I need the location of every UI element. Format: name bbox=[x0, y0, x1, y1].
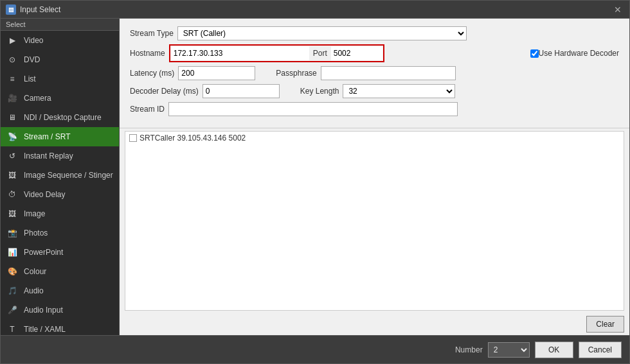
latency-input[interactable] bbox=[178, 66, 255, 80]
bottom-bar: Number 1234 OK Cancel bbox=[1, 335, 629, 363]
input-select-dialog: ▤ Input Select ✕ Select ▶Video⊙DVD≡List🎥… bbox=[0, 0, 630, 364]
dialog-title: Input Select bbox=[20, 5, 60, 14]
list-item-checkbox[interactable] bbox=[129, 134, 137, 142]
titlebar: ▤ Input Select ✕ bbox=[1, 1, 629, 19]
sidebar-item-label-dvd: DVD bbox=[24, 55, 40, 64]
sidebar-item-label-stream: Stream / SRT bbox=[24, 132, 70, 141]
sidebar-item-label-video: Video bbox=[24, 36, 43, 45]
form-area: Stream Type SRT (Caller)SRT (Listener)RT… bbox=[120, 19, 629, 128]
list-item-label: SRTCaller 39.105.43.146 5002 bbox=[140, 134, 246, 143]
cancel-button[interactable]: Cancel bbox=[579, 342, 622, 358]
stream-type-label: Stream Type bbox=[130, 29, 174, 38]
sidebar-item-instant-replay[interactable]: ↺Instant Replay bbox=[1, 146, 119, 166]
sidebar-item-label-list: List bbox=[24, 74, 36, 83]
sidebar-item-photos[interactable]: 📸Photos bbox=[1, 223, 119, 243]
audio-icon: 🎵 bbox=[6, 284, 19, 297]
right-panel-inner: SRTCaller 39.105.43.146 5002 Clear bbox=[120, 128, 629, 335]
sidebar-item-image[interactable]: 🖼Image bbox=[1, 204, 119, 223]
stream-id-input[interactable] bbox=[168, 102, 458, 116]
sidebar-item-audio[interactable]: 🎵Audio bbox=[1, 281, 119, 300]
source-list: SRTCaller 39.105.43.146 5002 bbox=[125, 131, 624, 311]
sidebar-item-video-delay[interactable]: ⏱Video Delay bbox=[1, 185, 119, 204]
main-content: Select ▶Video⊙DVD≡List🎥Camera🖥NDI / Desk… bbox=[1, 19, 629, 335]
sidebar-item-label-title-xaml: Title / XAML bbox=[24, 325, 66, 334]
sidebar-item-dvd[interactable]: ⊙DVD bbox=[1, 50, 119, 69]
sidebar-item-label-video-delay: Video Delay bbox=[24, 190, 66, 199]
stream-type-row: Stream Type SRT (Caller)SRT (Listener)RT… bbox=[130, 26, 619, 40]
sidebar-item-list[interactable]: ≡List bbox=[1, 69, 119, 89]
ok-button[interactable]: OK bbox=[535, 342, 573, 358]
use-hardware-decoder-checkbox[interactable] bbox=[530, 49, 539, 58]
image-sequence-icon: 🖼 bbox=[6, 169, 19, 182]
sidebar-item-label-instant-replay: Instant Replay bbox=[24, 152, 73, 160]
sidebar-item-label-photos: Photos bbox=[24, 229, 48, 238]
decoder-keylength-row: Decoder Delay (ms) Key Length 321624 bbox=[130, 84, 619, 98]
ndi-icon: 🖥 bbox=[6, 111, 19, 124]
sidebar-item-camera[interactable]: 🎥Camera bbox=[1, 89, 119, 108]
port-input[interactable] bbox=[331, 46, 382, 60]
sidebar-header: Select bbox=[1, 19, 119, 31]
sidebar-item-label-audio: Audio bbox=[24, 286, 44, 295]
sidebar-item-video[interactable]: ▶Video bbox=[1, 31, 119, 50]
hostname-input[interactable] bbox=[171, 46, 309, 60]
dvd-icon: ⊙ bbox=[6, 53, 19, 66]
colour-icon: 🎨 bbox=[6, 265, 19, 278]
number-select[interactable]: 1234 bbox=[488, 342, 530, 358]
stream-icon: 📡 bbox=[6, 130, 19, 143]
decoder-delay-label: Decoder Delay (ms) bbox=[130, 87, 199, 96]
port-label: Port bbox=[309, 49, 331, 58]
camera-icon: 🎥 bbox=[6, 92, 19, 105]
sidebar-item-powerpoint[interactable]: 📊PowerPoint bbox=[1, 243, 119, 262]
key-length-label: Key Length bbox=[300, 87, 339, 96]
stream-id-row: Stream ID bbox=[130, 102, 619, 116]
list-icon: ≡ bbox=[6, 73, 19, 85]
powerpoint-icon: 📊 bbox=[6, 246, 19, 259]
instant-replay-icon: ↺ bbox=[6, 150, 19, 162]
passphrase-label: Passphrase bbox=[276, 69, 316, 78]
sidebar-item-label-colour: Colour bbox=[24, 267, 46, 276]
stream-type-select[interactable]: SRT (Caller)SRT (Listener)RTMPHLS bbox=[177, 26, 467, 40]
passphrase-input[interactable] bbox=[321, 66, 456, 80]
sidebar-item-stream[interactable]: 📡Stream / SRT bbox=[1, 127, 119, 146]
sidebar: Select ▶Video⊙DVD≡List🎥Camera🖥NDI / Desk… bbox=[1, 19, 120, 335]
hostname-port-group: Port bbox=[169, 44, 384, 62]
sidebar-item-image-sequence[interactable]: 🖼Image Sequence / Stinger bbox=[1, 166, 119, 185]
latency-passphrase-row: Latency (ms) Passphrase bbox=[130, 66, 619, 80]
sidebar-item-label-camera: Camera bbox=[24, 94, 51, 103]
clear-button[interactable]: Clear bbox=[586, 316, 624, 333]
key-length-select[interactable]: 321624 bbox=[343, 84, 455, 98]
hostname-label: Hostname bbox=[130, 49, 165, 58]
right-panel: Stream Type SRT (Caller)SRT (Listener)RT… bbox=[120, 19, 629, 335]
latency-label: Latency (ms) bbox=[130, 69, 174, 78]
stream-id-label: Stream ID bbox=[130, 105, 165, 114]
photos-icon: 📸 bbox=[6, 227, 19, 239]
sidebar-item-label-ndi: NDI / Desktop Capture bbox=[24, 113, 102, 122]
sidebar-item-colour[interactable]: 🎨Colour bbox=[1, 262, 119, 281]
number-label: Number bbox=[455, 345, 483, 354]
clear-area: Clear bbox=[120, 313, 629, 335]
sidebar-item-audio-input[interactable]: 🎤Audio Input bbox=[1, 300, 119, 320]
sidebar-item-label-audio-input: Audio Input bbox=[24, 306, 63, 315]
video-delay-icon: ⏱ bbox=[6, 188, 19, 201]
sidebar-item-label-image: Image bbox=[24, 209, 45, 218]
image-icon: 🖼 bbox=[6, 207, 19, 220]
sidebar-item-title-xaml[interactable]: TTitle / XAML bbox=[1, 320, 119, 335]
decoder-delay-input[interactable] bbox=[203, 84, 280, 98]
list-item[interactable]: SRTCaller 39.105.43.146 5002 bbox=[125, 132, 624, 144]
sidebar-item-label-image-sequence: Image Sequence / Stinger bbox=[24, 171, 113, 180]
close-button[interactable]: ✕ bbox=[611, 3, 624, 16]
app-icon: ▤ bbox=[6, 4, 16, 15]
audio-input-icon: 🎤 bbox=[6, 304, 19, 316]
sidebar-item-ndi[interactable]: 🖥NDI / Desktop Capture bbox=[1, 108, 119, 127]
hostname-port-row: Hostname Port Use Hardware Decoder bbox=[130, 44, 619, 62]
sidebar-item-label-powerpoint: PowerPoint bbox=[24, 248, 63, 257]
use-hardware-decoder-label[interactable]: Use Hardware Decoder bbox=[539, 49, 619, 58]
title-xaml-icon: T bbox=[6, 323, 19, 335]
video-icon: ▶ bbox=[6, 34, 19, 47]
